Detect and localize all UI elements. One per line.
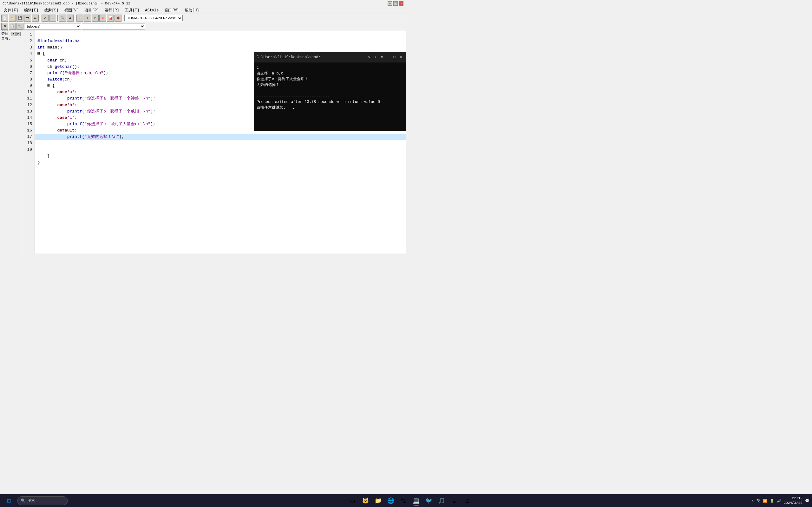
indent-button[interactable]: ⬥: [77, 14, 84, 21]
terminal-title-bar: C:\Users\21119\Desktop\scnd: ✕ + ∨ ─ □ ✕: [254, 52, 406, 62]
menu-astyle[interactable]: AStyle: [142, 8, 161, 13]
maximize-button[interactable]: □: [393, 1, 398, 6]
undo-button[interactable]: ↩: [42, 14, 49, 21]
terminal-minimize-icon[interactable]: ─: [386, 55, 391, 60]
separator: [40, 15, 40, 21]
replace-button[interactable]: ⇄: [67, 14, 73, 21]
terminal-output: c 请选择：a,b,c 你选择了c，得到了大量金币！ 无效的选择！ ------…: [257, 65, 403, 111]
editor-area[interactable]: 12345 678910 1112131415 16171819 #includ…: [22, 31, 406, 253]
outdent-button[interactable]: ⬦: [84, 14, 91, 21]
terminal-close-icon[interactable]: ✕: [367, 55, 371, 60]
save-all-button[interactable]: 🗃: [24, 14, 31, 21]
new-button[interactable]: 📄: [1, 14, 8, 21]
stop-button[interactable]: ✕: [99, 14, 106, 21]
terminal-title: C:\Users\21119\Desktop\scnd:: [257, 55, 365, 60]
title-bar: C:\Users\21119\Desktop\scnd2.cpp - [Exec…: [0, 0, 406, 7]
separator2: [57, 15, 58, 21]
globals-select[interactable]: (globals): [24, 23, 81, 30]
minimize-button[interactable]: ─: [388, 1, 392, 6]
sidebar-header: 项目管理 查看: ◀ ▶: [0, 31, 22, 38]
menu-edit[interactable]: 编辑[E]: [21, 7, 41, 14]
sidebar-label: 项目管理 查看:: [1, 31, 11, 41]
toolbar2: ⊞ 📋 🔧 (globals): [0, 22, 406, 31]
menu-bar: 文件[F] 编辑[E] 搜索[S] 视图[V] 项目[P] 运行[R] 工具[T…: [0, 7, 406, 14]
toggle-comment[interactable]: ☑: [92, 14, 99, 21]
content-area: 项目管理 查看: ◀ ▶ 12345 678910 1112131415 161…: [0, 31, 406, 253]
save-button[interactable]: 💾: [16, 14, 23, 21]
sidebar-next[interactable]: ▶: [16, 32, 20, 36]
terminal-add-icon[interactable]: +: [373, 55, 378, 60]
print-button[interactable]: 🖨: [32, 14, 39, 21]
terminal-window: C:\Users\21119\Desktop\scnd: ✕ + ∨ ─ □ ✕…: [254, 52, 406, 131]
menu-window[interactable]: 窗口[W]: [162, 7, 182, 14]
title-text: C:\Users\21119\Desktop\scnd2.cpp - [Exec…: [3, 2, 388, 5]
terminal-close-btn[interactable]: ✕: [399, 55, 403, 60]
open-button[interactable]: 📂: [9, 14, 16, 21]
resource-button[interactable]: 📋: [9, 23, 16, 30]
menu-search[interactable]: 搜索[S]: [42, 7, 61, 14]
separator3: [75, 15, 75, 21]
terminal-body: c 请选择：a,b,c 你选择了c，得到了大量金币！ 无效的选择！ ------…: [254, 62, 406, 131]
class-button[interactable]: ⊞: [1, 23, 8, 30]
close-button[interactable]: ✕: [399, 1, 403, 6]
menu-help[interactable]: 帮助[H]: [182, 7, 202, 14]
sidebar: 项目管理 查看: ◀ ▶: [0, 31, 22, 253]
menu-view[interactable]: 视图[V]: [62, 7, 82, 14]
debug2-button[interactable]: 🔧: [16, 23, 23, 30]
terminal-maximize-icon[interactable]: □: [392, 55, 397, 60]
menu-tools[interactable]: 工具[T]: [122, 7, 142, 14]
menu-project[interactable]: 项目[P]: [82, 7, 101, 14]
chart-button[interactable]: 📊: [107, 14, 114, 21]
compiler-select[interactable]: TDM-GCC 4.9.2 64-bit Release: [124, 15, 183, 21]
terminal-menu-icon[interactable]: ∨: [380, 55, 384, 60]
func-select[interactable]: [82, 23, 145, 30]
separator4: [123, 15, 123, 21]
redo-button[interactable]: ↪: [49, 14, 56, 21]
menu-run[interactable]: 运行[R]: [102, 7, 122, 14]
line-numbers: 12345 678910 1112131415 16171819: [22, 31, 35, 253]
search-button[interactable]: 🔍: [59, 14, 66, 21]
toolbar: 📄 📂 💾 🗃 🖨 ↩ ↪ 🔍 ⇄ ⬥ ⬦ ☑ ✕ 📊 🐞 TDM-GCC 4.…: [0, 14, 406, 22]
sidebar-prev[interactable]: ◀: [11, 32, 15, 36]
menu-file[interactable]: 文件[F]: [1, 7, 21, 14]
debug-button[interactable]: 🐞: [114, 14, 121, 21]
